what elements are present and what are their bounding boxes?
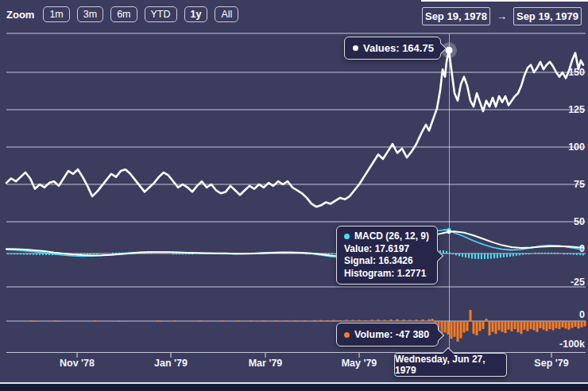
svg-text:125: 125: [568, 104, 585, 115]
svg-text:Nov '78: Nov '78: [60, 358, 95, 369]
values-tooltip-text: Values: 164.75: [363, 42, 434, 54]
svg-text:-25: -25: [571, 277, 585, 288]
macd-tooltip-value-row: Value: 17.6197: [344, 243, 437, 256]
svg-text:May '79: May '79: [342, 358, 377, 369]
volume-tooltip: Volume: -47 380: [336, 323, 439, 346]
zoom-label: Zoom: [6, 9, 34, 21]
range-from-input[interactable]: Sep 19, 1978: [422, 7, 490, 25]
range-arrow-icon: →: [497, 10, 507, 22]
price-series-dot-icon: [353, 45, 358, 51]
window-top-edge: [421, 0, 588, 2]
page-footer-strip: [0, 382, 588, 391]
date-range: Sep 19, 1978 → Sep 19, 1979: [422, 7, 582, 25]
values-tooltip: Values: 164.75: [344, 37, 441, 60]
volume-series-dot-icon: [344, 332, 350, 338]
range-to-input[interactable]: Sep 19, 1979: [513, 7, 582, 25]
zoom-toolbar: Zoom 1m 3m 6m YTD 1y All: [6, 6, 238, 22]
svg-text:50: 50: [574, 216, 585, 227]
svg-text:-100k: -100k: [559, 339, 585, 350]
crosshair-date-tooltip: Wednesday, Jun 27, 1979: [394, 353, 507, 377]
stock-chart-app: 15012510075500-250-100kNov '78Jan '79Mar…: [0, 0, 588, 391]
svg-text:Sep '79: Sep '79: [534, 358, 568, 369]
macd-tooltip: MACD (26, 12, 9) Value: 17.6197 Signal: …: [336, 226, 438, 285]
macd-series-dot-icon: [344, 234, 350, 239]
chart-canvas[interactable]: 15012510075500-250-100kNov '78Jan '79Mar…: [0, 0, 588, 391]
svg-text:75: 75: [574, 179, 585, 190]
crosshair-date-text: Wednesday, Jun 27, 1979: [395, 354, 506, 376]
zoom-button-1m[interactable]: 1m: [43, 6, 69, 22]
zoom-button-6m[interactable]: 6m: [110, 6, 137, 22]
svg-text:150: 150: [568, 67, 585, 78]
macd-tooltip-title-row: MACD (26, 12, 9): [344, 230, 437, 243]
svg-text:Mar '79: Mar '79: [249, 358, 283, 369]
macd-tooltip-signal-row: Signal: 16.3426: [344, 255, 437, 268]
svg-text:0: 0: [579, 309, 585, 320]
svg-text:Jan '79: Jan '79: [154, 358, 188, 369]
zoom-button-3m[interactable]: 3m: [77, 6, 103, 22]
macd-tooltip-title: MACD (26, 12, 9): [354, 230, 429, 242]
zoom-button-ytd[interactable]: YTD: [145, 6, 177, 22]
macd-tooltip-histogram-row: Histogram: 1.2771: [344, 268, 437, 281]
svg-text:100: 100: [568, 141, 585, 153]
zoom-button-all[interactable]: All: [215, 6, 238, 22]
volume-tooltip-text: Volume: -47 380: [354, 329, 429, 340]
zoom-button-1y[interactable]: 1y: [184, 6, 208, 22]
